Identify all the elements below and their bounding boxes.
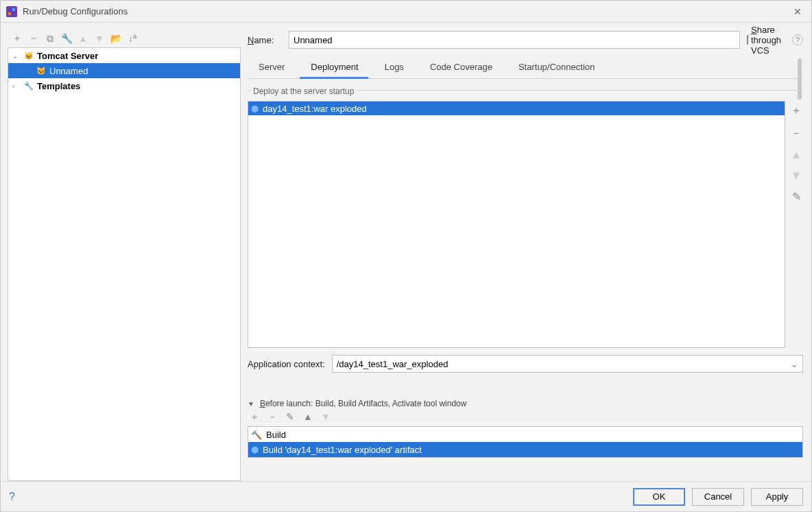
- configurations-tree[interactable]: ⌄ 🐱 Tomcat Server 🐱 Unnamed › 🔧 Template…: [8, 47, 241, 481]
- down-icon[interactable]: ▼: [320, 411, 331, 423]
- tree-node-tomcat[interactable]: ⌄ 🐱 Tomcat Server: [8, 48, 240, 63]
- app-icon: [6, 6, 17, 17]
- chevron-down-icon[interactable]: ▼: [248, 400, 254, 408]
- down-icon[interactable]: ▼: [94, 33, 105, 44]
- copy-icon[interactable]: ⧉: [45, 33, 56, 45]
- remove-icon[interactable]: －: [28, 32, 39, 45]
- list-item[interactable]: ⬢ Build 'day14_test1:war exploded' artif…: [248, 442, 802, 457]
- tree-node-templates[interactable]: › 🔧 Templates: [8, 78, 240, 93]
- add-icon[interactable]: ＋: [791, 104, 802, 118]
- titlebar: Run/Debug Configurations ✕: [1, 1, 811, 23]
- up-icon[interactable]: ▲: [77, 33, 88, 44]
- share-through-vcs[interactable]: SShare through VCShare through VCS: [747, 25, 781, 56]
- ok-button[interactable]: OK: [633, 488, 685, 506]
- hammer-icon: 🔨: [251, 430, 262, 440]
- before-launch-list[interactable]: 🔨 Build ⬢ Build 'day14_test1:war explode…: [248, 426, 803, 458]
- window-title: Run/Debug Configurations: [23, 6, 789, 16]
- help-icon[interactable]: ?: [792, 34, 803, 45]
- chevron-right-icon: ›: [12, 82, 21, 90]
- remove-icon[interactable]: －: [791, 126, 802, 141]
- close-icon[interactable]: ✕: [789, 6, 806, 17]
- up-icon[interactable]: ▲: [791, 149, 802, 161]
- tree-node-unnamed[interactable]: 🐱 Unnamed: [8, 63, 240, 78]
- tree-toolbar: ＋ － ⧉ 🔧 ▲ ▼ 📂 ↓ª: [8, 30, 241, 47]
- add-icon[interactable]: ＋: [12, 32, 23, 45]
- folder-icon[interactable]: 📂: [110, 33, 121, 44]
- name-input[interactable]: [289, 31, 740, 49]
- wrench-icon[interactable]: 🔧: [61, 33, 72, 44]
- tab-server[interactable]: Server: [252, 58, 291, 76]
- sort-icon[interactable]: ↓ª: [127, 33, 138, 44]
- app-context-combo[interactable]: /day14_test1_war_exploded ⌄: [332, 355, 803, 373]
- chevron-down-icon: ⌄: [12, 52, 21, 60]
- remove-icon[interactable]: －: [267, 411, 278, 423]
- deploy-item[interactable]: ⬢ day14_test1:war exploded: [248, 102, 785, 115]
- deploy-header: Deploy at the server startup: [250, 86, 357, 96]
- edit-icon[interactable]: ✎: [792, 190, 801, 203]
- wrench-icon: 🔧: [23, 80, 34, 91]
- before-launch-header: BBefore launch: Build, Build Artifacts, …: [260, 399, 467, 408]
- tomcat-icon: 🐱: [36, 65, 47, 76]
- deploy-list[interactable]: ⬢ day14_test1:war exploded: [248, 101, 785, 348]
- tab-startup-connection[interactable]: Startup/Connection: [512, 58, 601, 76]
- svg-rect-0: [6, 6, 17, 17]
- tab-logs[interactable]: Logs: [378, 58, 411, 76]
- checkbox-icon[interactable]: [747, 35, 748, 45]
- artifact-icon: ⬢: [251, 445, 259, 455]
- edit-icon[interactable]: ✎: [285, 411, 296, 423]
- up-icon[interactable]: ▲: [302, 411, 313, 423]
- name-label: Name:: [248, 35, 282, 45]
- artifact-icon: ⬢: [251, 104, 259, 114]
- tabs: Server Deployment Logs Code Coverage Sta…: [248, 56, 803, 79]
- tab-code-coverage[interactable]: Code Coverage: [423, 58, 499, 76]
- apply-button[interactable]: Apply: [751, 488, 803, 506]
- list-item[interactable]: 🔨 Build: [248, 427, 802, 442]
- help-icon[interactable]: ?: [9, 491, 15, 503]
- svg-rect-2: [12, 8, 15, 11]
- cancel-button[interactable]: Cancel: [692, 488, 744, 506]
- app-context-label: Application context:: [248, 359, 325, 369]
- svg-rect-1: [8, 12, 11, 15]
- tab-deployment[interactable]: Deployment: [304, 58, 365, 76]
- tomcat-icon: 🐱: [23, 50, 34, 61]
- down-icon[interactable]: ▼: [791, 170, 802, 182]
- chevron-down-icon: ⌄: [791, 359, 798, 369]
- add-icon[interactable]: ＋: [249, 411, 260, 423]
